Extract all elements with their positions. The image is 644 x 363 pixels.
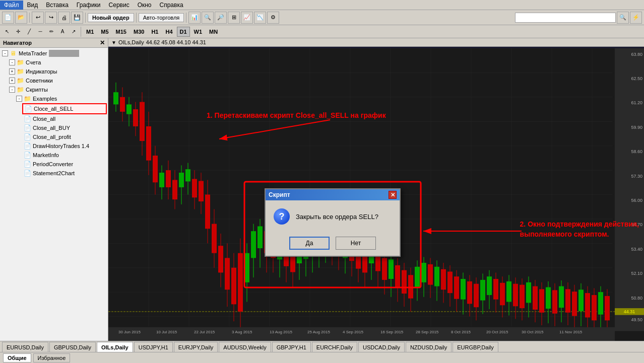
extra-btn[interactable]: ⚡	[630, 12, 642, 24]
chart-btn[interactable]: 📈	[241, 12, 253, 24]
menu-help[interactable]: Справка	[156, 1, 187, 10]
svg-text:52.10: 52.10	[631, 271, 643, 276]
redo-btn[interactable]: ↪	[45, 12, 57, 24]
script-icon-3: 📄	[23, 124, 31, 132]
indicators-btn[interactable]: 📊	[188, 12, 201, 24]
nav-statement2chart[interactable]: 📄 Statement2Chart	[22, 169, 107, 178]
zoom-out-btn[interactable]: 🔎	[215, 12, 227, 24]
open-btn[interactable]: 📂	[15, 12, 27, 24]
svg-rect-65	[192, 179, 197, 198]
expand-indicators[interactable]: +	[9, 68, 15, 75]
expand-accounts[interactable]: -	[9, 59, 15, 65]
tab-audusd[interactable]: AUDUSD,Weekly	[219, 342, 271, 352]
nav-accounts[interactable]: - 📁 Счета	[8, 58, 107, 67]
svg-rect-55	[159, 173, 164, 187]
nav-metatrader[interactable]: - 🖥 MetaTrader	[1, 49, 107, 58]
nav-label-close-all: Close_all	[33, 116, 55, 122]
tab-eurchf[interactable]: EURCHF,Daily	[312, 342, 357, 352]
draw-btn[interactable]: ✏	[46, 27, 56, 37]
chart-dropdown-icon[interactable]: ▼	[111, 40, 116, 45]
navigator-close-btn[interactable]: ✕	[100, 39, 105, 46]
svg-rect-77	[231, 268, 236, 305]
tab-gbpjpy[interactable]: GBPJPY,H1	[272, 342, 311, 352]
tf-h1[interactable]: H1	[148, 27, 161, 37]
status-tab-general[interactable]: Общие	[3, 353, 31, 362]
svg-rect-111	[343, 240, 348, 258]
nav-draw-history[interactable]: 📄 DrawHistoryTrades 1.4	[22, 141, 107, 151]
status-tab-favorites[interactable]: Избранное	[33, 353, 71, 362]
tab-eurusd[interactable]: EURUSD,Daily	[2, 342, 48, 352]
search-input[interactable]	[515, 13, 616, 23]
expand-examples[interactable]: -	[16, 96, 22, 102]
nav-close-all-buy[interactable]: 📄 Close_all_BUY	[22, 123, 107, 132]
nav-close-all-sell[interactable]: 📄 Cloce_all_SELL	[22, 103, 107, 114]
tf-d1[interactable]: D1	[177, 27, 190, 37]
nav-examples[interactable]: - 📁 Examples	[15, 94, 107, 103]
nav-period-converter[interactable]: 📄 PeriodConverter	[22, 160, 107, 169]
zoom-in-btn[interactable]: 🔍	[202, 12, 214, 24]
expand-scripts[interactable]: -	[9, 87, 15, 93]
grid-btn[interactable]: ⊞	[228, 12, 240, 24]
chart-area[interactable]: ▼ OILs,Daily 44.62 45.08 44.10 44.31	[108, 38, 644, 341]
nav-indicators[interactable]: + 📁 Индикаторы	[8, 67, 107, 76]
save-btn[interactable]: 💾	[71, 12, 83, 24]
tab-eurgbp[interactable]: EURGBP,Daily	[453, 342, 498, 352]
text-btn[interactable]: A	[57, 27, 68, 37]
nav-label-accounts: Счета	[26, 59, 41, 65]
expand-icon[interactable]: -	[2, 50, 8, 56]
svg-rect-165	[520, 285, 525, 308]
svg-rect-59	[172, 180, 177, 199]
tab-oils[interactable]: OILs,Daily	[97, 342, 133, 352]
volume-btn[interactable]: 📉	[254, 12, 266, 24]
tab-usdcad[interactable]: USDCAD,Daily	[358, 342, 405, 352]
auto-trade-btn[interactable]: Авто-торговля	[139, 13, 184, 22]
svg-rect-185	[585, 293, 590, 317]
crosshair-btn[interactable]: ✛	[13, 27, 23, 37]
new-btn[interactable]: 📄	[2, 12, 14, 24]
tf-w1[interactable]: W1	[191, 27, 206, 37]
expand-advisors[interactable]: +	[9, 78, 15, 84]
menu-file[interactable]: Файл	[0, 1, 23, 10]
print-btn[interactable]: 🖨	[58, 12, 70, 24]
tab-usdjpy[interactable]: USDJPY,H1	[134, 342, 173, 352]
tab-gbpusd[interactable]: GBPUSD,Daily	[49, 342, 96, 352]
settings-btn[interactable]: ⚙	[267, 12, 279, 24]
menu-service[interactable]: Сервис	[105, 1, 134, 10]
navigator-tree: - 🖥 MetaTrader - 📁 Счета + 📁 Индикаторы …	[0, 48, 108, 341]
tf-m1[interactable]: M1	[83, 27, 97, 37]
menu-window[interactable]: Окно	[134, 1, 156, 10]
tf-m5[interactable]: M5	[98, 27, 111, 37]
svg-rect-125	[389, 259, 394, 279]
svg-text:50.80: 50.80	[631, 296, 643, 301]
menu-charts[interactable]: Графики	[73, 1, 105, 10]
svg-rect-149	[467, 281, 472, 304]
svg-rect-51	[146, 126, 151, 161]
menu-insert[interactable]: Вставка	[42, 1, 73, 10]
tf-m30[interactable]: M30	[131, 27, 147, 37]
cursor-btn[interactable]: ↖	[2, 27, 12, 37]
line-btn[interactable]: ╱	[24, 27, 34, 37]
tf-h4[interactable]: H4	[162, 27, 175, 37]
hline-btn[interactable]: ─	[35, 27, 45, 37]
nav-market-info[interactable]: 📄 MarketInfo	[22, 151, 107, 160]
tab-eurjpy[interactable]: EURJPY,Daily	[174, 342, 218, 352]
svg-rect-103	[316, 235, 321, 252]
new-order-btn[interactable]: Новый ордер	[88, 13, 134, 22]
nav-close-all[interactable]: 📄 Close_all	[22, 114, 107, 123]
tf-mn[interactable]: MN	[206, 27, 221, 37]
svg-rect-105	[323, 230, 328, 246]
nav-scripts[interactable]: - 📁 Скрипты	[8, 85, 107, 94]
arrow-btn[interactable]: ↗	[69, 27, 79, 37]
search-btn[interactable]: 🔍	[617, 12, 629, 24]
svg-rect-171	[539, 289, 544, 312]
nav-close-all-profit[interactable]: 📄 Close_all_profit	[22, 132, 107, 141]
svg-text:13 Aug 2015: 13 Aug 2015	[270, 330, 292, 335]
tf-m15[interactable]: M15	[113, 27, 130, 37]
menu-view[interactable]: Вид	[23, 1, 42, 10]
svg-rect-143	[447, 271, 453, 293]
nav-advisors[interactable]: + 📁 Советники	[8, 76, 107, 85]
chart-symbol: OILs,Daily	[118, 39, 144, 45]
tab-nzdusd[interactable]: NZDUSD,Daily	[406, 342, 452, 352]
svg-text:49.50: 49.50	[631, 317, 643, 322]
undo-btn[interactable]: ↩	[32, 12, 44, 24]
